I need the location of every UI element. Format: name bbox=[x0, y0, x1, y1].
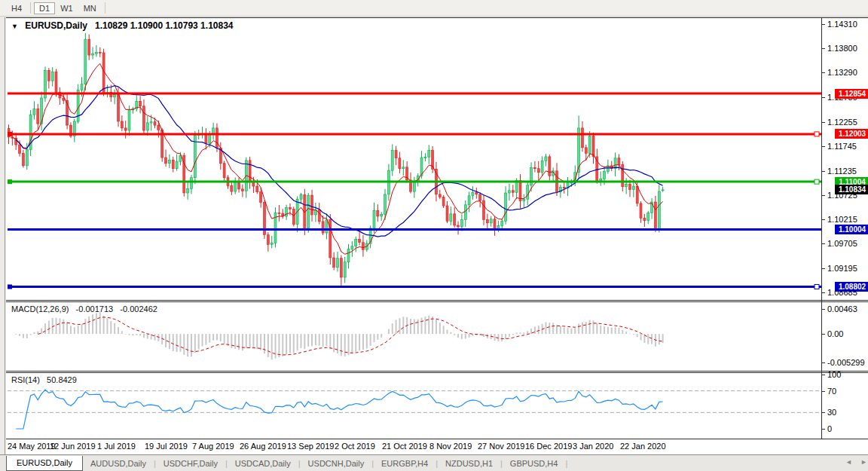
chart-ohlc-values: 1.10829 1.10900 1.10793 1.10834 bbox=[95, 20, 234, 31]
tab-scroll-right-icon[interactable]: ► bbox=[860, 458, 867, 466]
main-chart-plot[interactable] bbox=[8, 18, 821, 299]
date-label: 21 Oct 2019 bbox=[382, 442, 427, 451]
hline-price-label: 1.08802 bbox=[835, 282, 868, 292]
chart-symbol-label: EURUSD,Daily bbox=[25, 20, 87, 31]
toolbar-separator bbox=[30, 2, 31, 14]
price-tick-mark bbox=[821, 122, 825, 123]
chart-tab-eurgbp[interactable]: EURGBP,H4 bbox=[374, 459, 436, 468]
price-tick-mark bbox=[821, 292, 825, 293]
price-tick-label: 1.11745 bbox=[827, 142, 857, 151]
price-tick-mark bbox=[821, 24, 825, 25]
date-label: 13 Sep 2019 bbox=[287, 442, 334, 451]
chart-tab-gbpusd[interactable]: GBPUSD,H4 bbox=[503, 459, 566, 468]
chart-tab-nzdusd[interactable]: NZDUSD,H1 bbox=[438, 459, 500, 468]
rsi-tick-mark bbox=[821, 412, 825, 413]
panel-separator bbox=[6, 300, 868, 301]
macd-tick-mark bbox=[821, 309, 825, 310]
rsi-indicator-label: RSI(14) 50.8429 bbox=[11, 375, 77, 384]
panel-separator bbox=[6, 439, 868, 439]
date-label: 27 Nov 2019 bbox=[478, 442, 524, 451]
macd-signal-line bbox=[38, 317, 662, 355]
chart-tab-usdchf[interactable]: USDCHF,Daily bbox=[156, 459, 225, 468]
date-label: 12 Jun 2019 bbox=[50, 442, 96, 451]
current-price-label: 1.10834 bbox=[835, 185, 868, 194]
date-label: 2 Oct 2019 bbox=[335, 442, 375, 451]
price-tick-mark bbox=[821, 48, 825, 49]
macd-main-value: -0.001713 bbox=[76, 304, 114, 313]
macd-tick-label: -0.005299 bbox=[827, 358, 865, 367]
hline-price-label: 1.12854 bbox=[835, 89, 868, 99]
chart-tab-eurusd[interactable]: EURUSD,Daily bbox=[6, 456, 83, 471]
date-label: 22 Jan 2020 bbox=[620, 442, 666, 451]
price-tick-mark bbox=[821, 219, 825, 220]
rsi-line bbox=[16, 390, 662, 429]
macd-name: MACD(12,26,9) bbox=[11, 304, 69, 313]
timeframe-button-d1[interactable]: D1 bbox=[34, 2, 55, 14]
ma-slow-line bbox=[16, 86, 662, 237]
rsi-tick-mark bbox=[821, 391, 825, 392]
line-handle-left[interactable] bbox=[8, 132, 12, 136]
rsi-tick-label: 0 bbox=[827, 424, 832, 433]
line-handle-right[interactable] bbox=[815, 132, 819, 136]
macd-tick-label: 0.00463 bbox=[827, 304, 857, 313]
collapse-triangle-icon[interactable]: ▼ bbox=[11, 23, 18, 30]
macd-histogram bbox=[16, 312, 662, 359]
line-handle-right[interactable] bbox=[815, 285, 819, 289]
timeframe-button-mn[interactable]: MN bbox=[78, 2, 102, 14]
rsi-panel-plot[interactable] bbox=[8, 373, 821, 438]
price-tick-label: 1.14310 bbox=[827, 20, 857, 29]
price-tick-label: 1.11235 bbox=[827, 167, 857, 176]
chart-window[interactable]: ▼ EURUSD,Daily 1.10829 1.10900 1.10793 1… bbox=[6, 17, 868, 454]
line-handle-left[interactable] bbox=[8, 285, 12, 289]
rsi-tick-mark bbox=[821, 429, 825, 430]
macd-tick-mark bbox=[821, 334, 825, 335]
rsi-name: RSI(14) bbox=[11, 375, 40, 384]
panel-separator bbox=[6, 301, 868, 302]
rsi-tick-label: 30 bbox=[827, 408, 836, 417]
candles-group bbox=[8, 33, 664, 287]
macd-indicator-label: MACD(12,26,9) -0.001713 -0.002462 bbox=[11, 304, 157, 313]
rsi-tick-label: 100 bbox=[827, 370, 841, 379]
rsi-tick-mark bbox=[821, 375, 825, 375]
tab-scroll-left-icon[interactable]: ◄ bbox=[845, 458, 852, 466]
price-tick-mark bbox=[821, 195, 825, 196]
timeframe-button-w1[interactable]: W1 bbox=[55, 2, 78, 14]
date-label: 8 Nov 2019 bbox=[429, 442, 472, 451]
timeframe-button-h4[interactable]: H4 bbox=[6, 2, 27, 14]
date-label: 26 Aug 2019 bbox=[240, 442, 286, 451]
panel-separator bbox=[6, 17, 868, 18]
price-tick-label: 1.09705 bbox=[827, 239, 857, 248]
macd-signal-value: -0.002462 bbox=[120, 304, 157, 313]
timeframe-toolbar: H4D1W1MN bbox=[0, 0, 868, 17]
macd-tick-label: 0.00 bbox=[827, 329, 843, 338]
window-left-border bbox=[5, 17, 5, 454]
price-axis-separator bbox=[821, 17, 822, 439]
price-tick-mark bbox=[821, 268, 825, 269]
price-tick-label: 1.12255 bbox=[827, 118, 857, 127]
date-label: 7 Aug 2019 bbox=[192, 442, 234, 451]
hline-price-label: 1.10004 bbox=[835, 225, 868, 234]
price-tick-label: 1.13800 bbox=[827, 44, 857, 53]
chart-tab-usdcnh[interactable]: USDCNH,Daily bbox=[301, 459, 372, 468]
date-label: 1 Jul 2019 bbox=[97, 442, 136, 451]
price-tick-mark bbox=[821, 97, 825, 98]
hline-price-label: 1.12003 bbox=[835, 129, 868, 139]
date-label: 3 Jan 2020 bbox=[573, 442, 613, 451]
toolbar-separator bbox=[105, 2, 105, 14]
price-tick-label: 1.09195 bbox=[827, 264, 857, 273]
macd-tick-mark bbox=[821, 362, 825, 363]
price-tick-mark bbox=[821, 146, 825, 147]
date-label: 16 Dec 2019 bbox=[525, 442, 572, 451]
date-label: 24 May 2019 bbox=[8, 442, 56, 451]
chart-tab-audusd[interactable]: AUDUSD,Daily bbox=[83, 459, 154, 468]
line-handle-left[interactable] bbox=[8, 179, 12, 184]
price-tick-mark bbox=[821, 171, 825, 172]
date-label: 19 Jul 2019 bbox=[145, 442, 188, 451]
rsi-value: 50.8429 bbox=[47, 375, 77, 384]
rsi-tick-label: 70 bbox=[827, 387, 836, 396]
chart-tab-bar: EURUSD,DailyAUDUSD,Daily|USDCHF,Daily|US… bbox=[0, 454, 868, 471]
line-handle-right[interactable] bbox=[815, 179, 819, 184]
price-tick-label: 1.10215 bbox=[827, 215, 857, 224]
chart-tab-usdcad[interactable]: USDCAD,Daily bbox=[228, 459, 298, 468]
chart-title: ▼ EURUSD,Daily 1.10829 1.10900 1.10793 1… bbox=[11, 20, 234, 31]
